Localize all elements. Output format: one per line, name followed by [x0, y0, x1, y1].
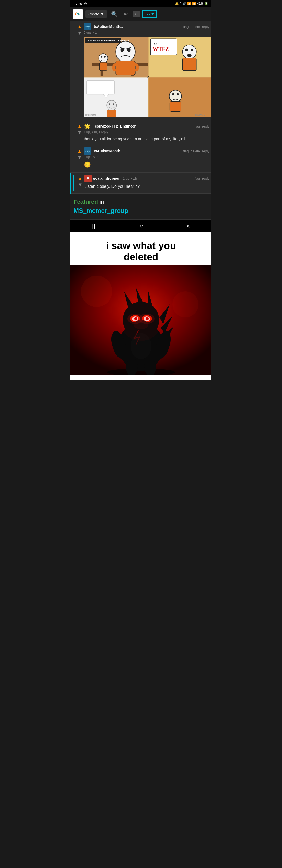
comment-4-flag[interactable]: flag — [195, 177, 200, 181]
svg-point-13 — [99, 54, 108, 63]
featured-word: Featured — [74, 198, 98, 205]
comment-4-votes: ▲ ▼ — [76, 175, 84, 188]
svg-text:SBCRAFO: SBCRAFO — [195, 114, 205, 116]
comment-3-header: ⌐╦ ItsAutismMonth... flag delete reply — [84, 147, 212, 155]
comment-3-actions: flag delete reply — [183, 149, 209, 153]
search-icon[interactable]: 🔍 — [109, 10, 120, 18]
svg-text:I KILLED A MAN REVERSED OLD ME: I KILLED A MAN REVERSED OLD MEME — [86, 39, 129, 42]
comment-1-username[interactable]: ItsAutismMonth... — [93, 25, 123, 29]
svg-point-25 — [191, 49, 194, 51]
comment-4-reply[interactable]: reply — [202, 177, 209, 181]
featured-text: Featured in MS_memer_group — [74, 198, 208, 215]
featured-section: Featured in MS_memer_group — [70, 194, 212, 220]
svg-point-31 — [107, 100, 116, 110]
comment-2-votes-content: ▲ ▼ 🌟 Festivized-TF2_Engineer flag reply… — [76, 123, 212, 143]
comment-4-header-left: ✦ soap._.dropper 1 up, <1h — [84, 175, 137, 182]
comment-1-image: I KILLED A MAN REVERSED OLD MEME DUDE, W… — [84, 36, 212, 117]
nav-back-icon[interactable]: < — [187, 223, 190, 229]
upvote-button[interactable]: ▲ — [77, 24, 82, 29]
logo[interactable]: im — [73, 9, 83, 19]
comment-2-upvote[interactable]: ▲ — [77, 124, 82, 129]
notification-count[interactable]: 0 — [133, 11, 140, 17]
hourglass-icon: ⏱ — [84, 2, 87, 6]
comment-2-avatar: 🌟 — [84, 123, 91, 130]
comment-3-username[interactable]: ItsAutismMonth... — [93, 149, 123, 153]
comment-3-flag[interactable]: flag — [183, 149, 189, 153]
svg-point-14 — [101, 56, 102, 57]
comment-2-meta: 1 up, <1h, 1 reply — [84, 130, 212, 135]
comment-3-header-left: ⌐╦ ItsAutismMonth... — [84, 147, 123, 155]
comment-3-avatar: ⌐╦ — [84, 147, 91, 155]
svg-point-37 — [172, 93, 174, 95]
meme-image-area — [70, 265, 212, 375]
comment-3-votes: ▲ ▼ — [76, 147, 84, 161]
comment-4-inner: ▲ ▼ ✦ soap._.dropper 1 up, <1h flag repl… — [73, 175, 212, 191]
downvote-button[interactable]: ▼ — [77, 30, 82, 35]
comment-3: ▲ ▼ ⌐╦ ItsAutismMonth... flag delete rep… — [70, 145, 212, 173]
nav-bar: im Create ▼ 🔍 ✉ 0 ⌐╦ ▼ — [70, 7, 212, 21]
wifi-icon: 📶 — [187, 2, 191, 5]
comment-4-upvote[interactable]: ▲ — [78, 176, 83, 181]
svg-point-69 — [120, 299, 162, 341]
nav-home-icon[interactable]: ○ — [140, 223, 143, 229]
svg-text:DUDE,: DUDE, — [153, 42, 161, 45]
meme-title-area: i saw what you deleted — [70, 232, 212, 265]
status-bar: 07:20 ⏱ 🔔 * 🔊 📶 📶 41% 🔋 — [70, 0, 212, 7]
svg-rect-16 — [100, 62, 107, 71]
svg-point-7 — [116, 41, 135, 62]
comment-3-downvote[interactable]: ▼ — [77, 155, 82, 160]
comment-1-reply[interactable]: reply — [202, 25, 209, 29]
nav-menu-icon[interactable]: ||| — [92, 223, 96, 229]
meme-title-line2: deleted — [76, 251, 206, 262]
comment-1-meta: 0 ups, <1h — [84, 30, 212, 35]
comment-3-votes-content: ▲ ▼ ⌐╦ ItsAutismMonth... flag delete rep… — [76, 147, 212, 170]
comment-2-reply[interactable]: reply — [202, 124, 209, 128]
comment-4-username[interactable]: soap._.dropper — [93, 176, 120, 181]
svg-text:WTF?!: WTF?! — [153, 46, 170, 52]
meme-content: i saw what you deleted — [70, 232, 212, 380]
comment-4-votes-content: ▲ ▼ ✦ soap._.dropper 1 up, <1h flag repl… — [76, 175, 212, 191]
featured-group[interactable]: MS_memer_group — [74, 206, 208, 215]
comment-1-flag[interactable]: flag — [183, 25, 189, 29]
dark-hedgehog-svg — [70, 265, 212, 375]
comment-1-header: ⌐╦ ItsAutismMonth... flag delete reply — [84, 23, 212, 30]
svg-rect-34 — [107, 110, 116, 117]
comment-1-delete[interactable]: delete — [191, 25, 200, 29]
bottom-nav: ||| ○ < — [70, 220, 212, 232]
comment-2-downvote[interactable]: ▼ — [77, 130, 82, 135]
comment-4-meta-inline: 1 up, <1h — [123, 177, 137, 181]
comment-1: ▲ ▼ ⌐╦ ItsAutismMonth... flag delete rep… — [70, 21, 212, 121]
profile-icon: ⌐╦ — [145, 12, 150, 17]
comment-4-downvote[interactable]: ▼ — [78, 182, 83, 187]
comment-2-votes: ▲ ▼ — [76, 123, 84, 136]
comment-3-delete[interactable]: delete — [191, 149, 200, 153]
bluetooth-icon: * — [180, 2, 181, 5]
create-label: Create — [88, 12, 99, 16]
comment-1-votes-content: ▲ ▼ ⌐╦ ItsAutismMonth... flag delete rep… — [76, 23, 212, 118]
meme-comic-svg: I KILLED A MAN REVERSED OLD MEME DUDE, W… — [84, 36, 212, 117]
profile-button[interactable]: ⌐╦ ▼ — [142, 10, 157, 18]
comment-2: ▲ ▼ 🌟 Festivized-TF2_Engineer flag reply… — [70, 121, 212, 145]
comment-3-inner: ▲ ▼ ⌐╦ ItsAutismMonth... flag delete rep… — [73, 147, 212, 170]
create-arrow: ▼ — [100, 12, 104, 16]
svg-point-33 — [113, 103, 114, 105]
comment-2-actions: flag reply — [195, 124, 209, 128]
comment-2-header: 🌟 Festivized-TF2_Engineer flag reply — [84, 123, 212, 130]
svg-point-36 — [169, 90, 181, 102]
svg-point-15 — [104, 56, 106, 57]
create-button[interactable]: Create ▼ — [85, 10, 107, 18]
mail-icon[interactable]: ✉ — [122, 10, 131, 18]
comment-2-flag[interactable]: flag — [195, 124, 200, 128]
svg-point-26 — [187, 54, 191, 57]
svg-text:imgflip.com: imgflip.com — [85, 114, 96, 116]
comment-3-reply[interactable]: reply — [202, 149, 209, 153]
battery-percent: 41% — [197, 2, 203, 5]
comment-1-content: ⌐╦ ItsAutismMonth... flag delete reply 0… — [84, 23, 212, 118]
battery-icon: 🔔 — [175, 2, 179, 5]
comment-4-avatar: ✦ — [84, 175, 92, 182]
comment-3-upvote[interactable]: ▲ — [77, 148, 82, 154]
comment-3-content: ⌐╦ ItsAutismMonth... flag delete reply 0… — [84, 147, 212, 170]
comment-2-username[interactable]: Festivized-TF2_Engineer — [93, 124, 136, 128]
svg-point-24 — [185, 49, 188, 51]
logo-m: m — [77, 11, 81, 17]
